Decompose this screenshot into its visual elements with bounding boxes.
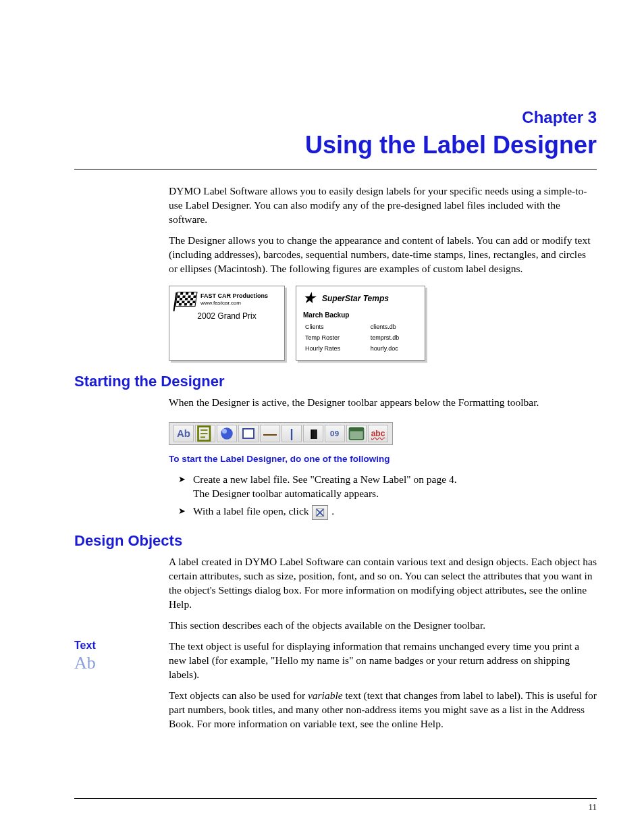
file-name: Clients <box>304 322 369 332</box>
step-text-pre: With a label file open, click <box>193 505 311 517</box>
intro-paragraph-1: DYMO Label Software allows you to easily… <box>169 184 597 227</box>
list-item: With a label file open, click . <box>178 504 597 520</box>
instruction-heading: To start the Label Designer, do one of t… <box>169 453 597 465</box>
horizontal-line-tool-icon: — <box>260 425 280 442</box>
superstar-file-table: Clients clients.db Temp Roster temprst.d… <box>303 321 418 355</box>
list-item: Create a new label file. See "Creating a… <box>178 473 597 501</box>
text-tool-icon: Ab <box>173 425 194 442</box>
starting-intro: When the Designer is active, the Designe… <box>169 396 597 410</box>
svg-point-1 <box>221 428 233 440</box>
chapter-title: Using the Label Designer <box>74 131 597 159</box>
superstar-section: March Backup <box>303 311 418 320</box>
barcode-tool-icon: ||||| <box>303 425 323 442</box>
sidebar-label-text: Text Ab <box>74 640 162 673</box>
page-number: 11 <box>588 802 597 812</box>
text-object-block: Text Ab The text object is useful for di… <box>74 640 597 731</box>
vertical-line-tool-icon: | <box>281 425 302 442</box>
p2-variable-word: variable <box>308 689 343 701</box>
file-path: hourly.doc <box>370 344 417 353</box>
designer-toggle-icon <box>312 505 328 520</box>
file-name: Temp Roster <box>304 333 369 342</box>
datetime-tool-icon <box>346 425 367 442</box>
file-path: clients.db <box>370 322 417 332</box>
address-tool-icon <box>195 425 215 442</box>
instruction-list: Create a new label file. See "Creating a… <box>178 473 597 521</box>
fastcar-url: www.fastcar.com <box>200 300 268 307</box>
superstar-title: SuperStar Temps <box>322 293 389 304</box>
counter-tool-icon: 09 <box>325 425 345 442</box>
intro-block: DYMO Label Software allows you to easily… <box>169 184 597 361</box>
design-objects-p1: A label created in DYMO Label Software c… <box>169 555 597 612</box>
rectangle-tool-icon <box>238 425 259 442</box>
step-subtext: The Designer toolbar automatically appea… <box>193 488 379 499</box>
title-rule <box>74 169 597 170</box>
table-row: Clients clients.db <box>304 322 417 332</box>
design-objects-block: A label created in DYMO Label Software c… <box>169 555 597 633</box>
p2-pre: Text objects can also be used for <box>169 689 308 701</box>
table-row: Temp Roster temprst.db <box>304 333 417 342</box>
step-text: Create a new label file. See "Creating a… <box>193 473 457 485</box>
file-path: temprst.db <box>370 333 417 342</box>
checkered-flag-icon <box>175 292 197 307</box>
svg-point-2 <box>222 429 227 434</box>
star-icon <box>303 292 318 307</box>
heading-design-objects: Design Objects <box>74 532 597 550</box>
sidebar-heading-text: Text <box>74 640 162 652</box>
table-row: Hourly Rates hourly.doc <box>304 344 417 353</box>
example-label-fastcar: FAST CAR Productions www.fastcar.com 200… <box>169 286 285 361</box>
design-objects-p2: This section describes each of the objec… <box>169 619 597 633</box>
footer-rule <box>74 798 597 799</box>
text-object-p1: The text object is useful for displaying… <box>169 640 597 682</box>
svg-rect-4 <box>350 428 364 432</box>
starting-block: When the Designer is active, the Designe… <box>169 396 597 520</box>
heading-starting-designer: Starting the Designer <box>74 373 597 390</box>
chapter-label: Chapter 3 <box>74 108 597 127</box>
intro-paragraph-2: The Designer allows you to change the ap… <box>169 234 597 276</box>
curved-text-tool-icon: abc <box>368 425 388 442</box>
step-text-post: . <box>331 505 334 517</box>
example-figures: FAST CAR Productions www.fastcar.com 200… <box>169 286 597 361</box>
designer-toolbar: Ab — | ||||| 09 abc <box>169 422 393 445</box>
example-label-superstar: SuperStar Temps March Backup Clients cli… <box>296 286 425 361</box>
document-page: Chapter 3 Using the Label Designer DYMO … <box>0 0 644 834</box>
graphic-tool-icon <box>217 425 237 442</box>
text-object-icon: Ab <box>74 653 162 673</box>
file-name: Hourly Rates <box>304 344 369 353</box>
fastcar-title: FAST CAR Productions <box>200 292 268 300</box>
text-object-p2: Text objects can also be used for variab… <box>169 689 597 731</box>
fastcar-subtitle: 2002 Grand Prix <box>176 311 277 321</box>
